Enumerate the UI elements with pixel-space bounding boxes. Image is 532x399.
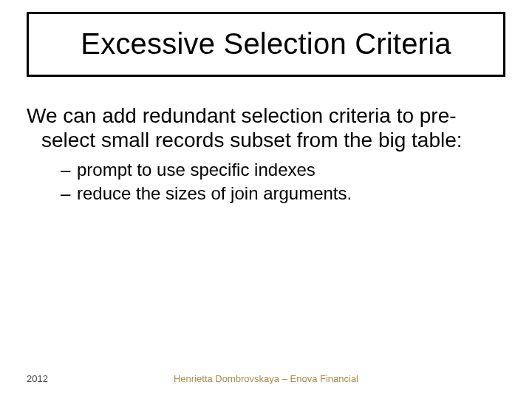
slide-title: Excessive Selection Criteria bbox=[36, 27, 496, 60]
lead-paragraph: We can add redundant selection criteria … bbox=[27, 103, 505, 152]
slide-body: We can add redundant selection criteria … bbox=[27, 103, 505, 206]
footer-attribution: Henrietta Dombrovskaya – Enova Financial bbox=[0, 373, 532, 384]
list-item: reduce the sizes of join arguments. bbox=[61, 182, 505, 205]
sub-bullet-list: prompt to use specific indexes reduce th… bbox=[27, 158, 505, 206]
list-item: prompt to use specific indexes bbox=[61, 158, 505, 182]
lead-line-1: We can add redundant selection criteria … bbox=[27, 104, 457, 127]
lead-line-2: select small records subset from the big… bbox=[27, 128, 505, 152]
title-box: Excessive Selection Criteria bbox=[27, 12, 505, 77]
slide: Excessive Selection Criteria We can add … bbox=[0, 0, 532, 399]
